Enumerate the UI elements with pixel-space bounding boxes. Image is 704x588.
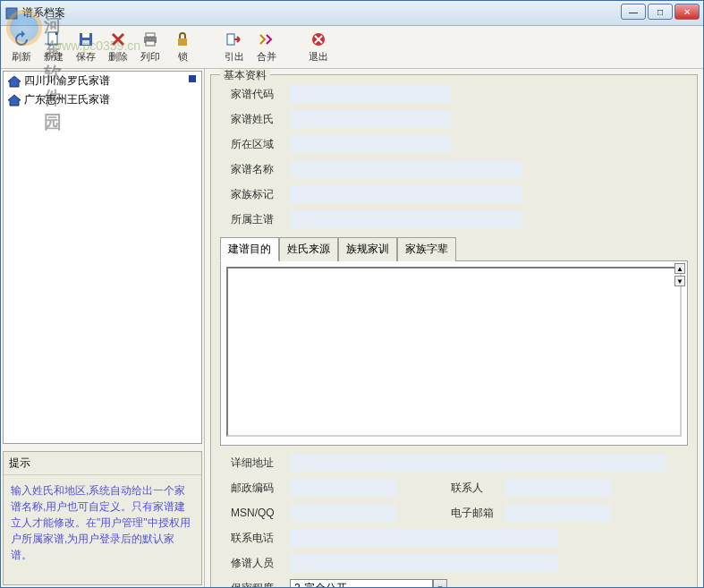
tree-item[interactable]: 广东惠州王氏家谱 xyxy=(4,90,201,109)
label-surname: 家谱姓氏 xyxy=(220,112,290,127)
new-icon xyxy=(45,30,63,48)
label-address: 详细地址 xyxy=(220,456,290,471)
left-panel: 四川川渝罗氏家谱 广东惠州王氏家谱 提示 输入姓氏和地区,系统自动给出一个家谱名… xyxy=(1,69,205,587)
label-main: 所属主谱 xyxy=(220,212,290,227)
svg-rect-6 xyxy=(146,33,155,37)
exit-icon xyxy=(310,30,327,48)
window-controls: — □ ✕ xyxy=(621,4,700,20)
area-field[interactable] xyxy=(290,135,451,153)
tab-purpose[interactable]: 建谱目的 xyxy=(220,237,279,261)
label-code: 家谱代码 xyxy=(220,87,290,102)
lock-button[interactable]: 锁 xyxy=(167,28,198,67)
svg-rect-4 xyxy=(82,40,89,45)
label-phone: 联系电话 xyxy=(220,531,290,546)
tab-strip: 建谱目的 姓氏来源 族规家训 家族字辈 xyxy=(220,236,688,261)
label-secrecy: 保密程度 xyxy=(220,581,290,588)
new-button[interactable]: 新建 xyxy=(38,28,69,67)
label-name: 家谱名称 xyxy=(220,162,290,177)
surname-field[interactable] xyxy=(290,110,451,128)
hint-title: 提示 xyxy=(4,452,201,475)
scroll-down-icon[interactable]: ▼ xyxy=(674,276,685,286)
window-title: 谱系档案 xyxy=(22,5,65,21)
lock-icon xyxy=(174,30,191,48)
print-icon xyxy=(141,30,159,48)
label-mark: 家族标记 xyxy=(220,187,290,202)
close-button[interactable]: ✕ xyxy=(674,4,700,20)
body-area: 四川川渝罗氏家谱 广东惠州王氏家谱 提示 输入姓氏和地区,系统自动给出一个家谱名… xyxy=(1,69,703,587)
email-field[interactable] xyxy=(505,504,612,522)
svg-rect-9 xyxy=(227,34,234,45)
export-icon xyxy=(225,30,243,48)
exit-button[interactable]: 退出 xyxy=(303,28,334,67)
tree-panel[interactable]: 四川川渝罗氏家谱 广东惠州王氏家谱 xyxy=(3,71,202,444)
merge-button[interactable]: 合并 xyxy=(251,28,282,67)
house-icon xyxy=(7,94,21,107)
save-button[interactable]: 保存 xyxy=(71,28,101,67)
tree-item-label: 广东惠州王氏家谱 xyxy=(24,92,110,107)
svg-rect-8 xyxy=(178,38,187,46)
selection-mark-icon xyxy=(189,75,196,82)
chevron-down-icon: ▼ xyxy=(437,584,444,588)
secrecy-input[interactable] xyxy=(290,579,433,587)
app-window: 河东软件园 www.pc0359.cn 谱系档案 — □ ✕ 刷新 新建 保存 … xyxy=(0,0,704,588)
tab-rules[interactable]: 族规家训 xyxy=(338,237,397,261)
secrecy-combo[interactable]: ▼ xyxy=(290,579,447,587)
delete-button[interactable]: 删除 xyxy=(103,28,133,67)
label-area: 所在区域 xyxy=(220,137,290,152)
app-icon xyxy=(4,6,19,21)
refresh-icon xyxy=(13,30,30,48)
basic-info-group: 基本资料 家谱代码 家谱姓氏 所在区域 家谱名称 xyxy=(210,74,698,587)
hint-body: 输入姓氏和地区,系统自动给出一个家谱名称,用户也可自定义。只有家谱建立人才能修改… xyxy=(4,475,201,570)
tab-generation[interactable]: 家族字辈 xyxy=(397,237,456,261)
tree-item-label: 四川川渝罗氏家谱 xyxy=(24,73,110,89)
refresh-button[interactable]: 刷新 xyxy=(6,28,37,67)
save-icon xyxy=(77,30,95,48)
editor-field[interactable] xyxy=(290,554,558,572)
label-msnqq: MSN/QQ xyxy=(220,507,290,519)
svg-rect-0 xyxy=(6,8,17,19)
export-button[interactable]: 引出 xyxy=(219,28,250,67)
toolbar: 刷新 新建 保存 删除 列印 锁 引出 合并 xyxy=(1,26,703,69)
mark-field[interactable] xyxy=(290,185,522,203)
dropdown-button[interactable]: ▼ xyxy=(433,579,447,587)
maximize-button[interactable]: □ xyxy=(648,4,673,20)
address-field[interactable] xyxy=(290,454,666,472)
tab-origin[interactable]: 姓氏来源 xyxy=(279,237,338,261)
name-field[interactable] xyxy=(290,160,522,178)
merge-icon xyxy=(258,30,276,48)
msnqq-field[interactable] xyxy=(290,504,397,522)
minimize-button[interactable]: — xyxy=(621,4,646,20)
label-contact: 联系人 xyxy=(451,481,505,496)
purpose-textarea[interactable] xyxy=(226,267,682,437)
textarea-scroll: ▲ ▼ xyxy=(674,263,685,286)
contact-field[interactable] xyxy=(505,479,612,497)
label-postcode: 邮政编码 xyxy=(220,481,290,496)
label-email: 电子邮箱 xyxy=(451,506,505,521)
label-editor: 修谱人员 xyxy=(220,556,290,571)
delete-icon xyxy=(109,30,127,48)
print-button[interactable]: 列印 xyxy=(135,28,165,67)
main-field[interactable] xyxy=(290,210,522,228)
code-field[interactable] xyxy=(290,85,451,103)
tab-content: ▲ ▼ xyxy=(220,261,688,446)
hint-panel: 提示 输入姓氏和地区,系统自动给出一个家谱名称,用户也可自定义。只有家谱建立人才… xyxy=(3,451,202,585)
tree-item[interactable]: 四川川渝罗氏家谱 xyxy=(4,72,201,90)
svg-rect-7 xyxy=(146,41,155,46)
house-icon xyxy=(7,75,21,88)
titlebar: 谱系档案 — □ ✕ xyxy=(1,1,703,26)
group-title: 基本资料 xyxy=(220,69,270,83)
postcode-field[interactable] xyxy=(290,479,397,497)
phone-field[interactable] xyxy=(290,529,558,547)
svg-rect-3 xyxy=(82,33,89,38)
scroll-up-icon[interactable]: ▲ xyxy=(674,263,685,274)
right-panel: 基本资料 家谱代码 家谱姓氏 所在区域 家谱名称 xyxy=(205,69,703,587)
